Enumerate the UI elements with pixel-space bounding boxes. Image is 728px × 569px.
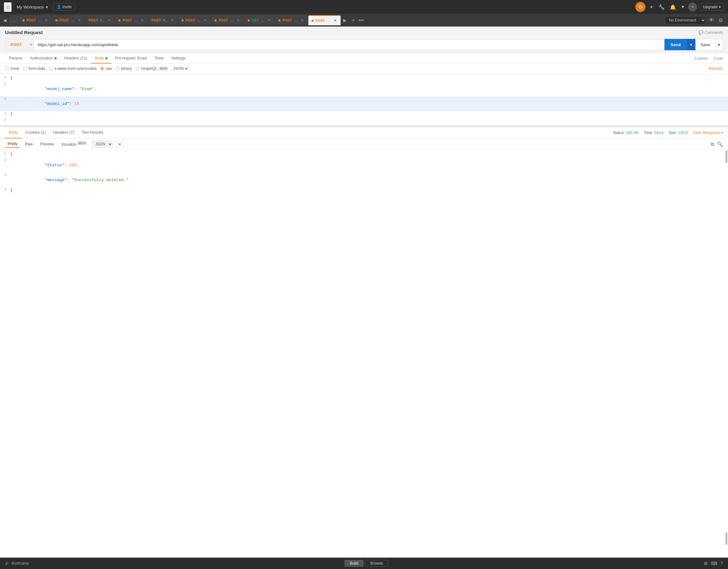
tab-close-5[interactable]: ✕: [170, 18, 175, 22]
env-view-icon[interactable]: 👁: [708, 16, 715, 24]
tab-1[interactable]: POST ... ✕: [19, 15, 52, 25]
code-line-4: 4 }: [0, 111, 728, 118]
response-section: Body Cookies (1) Headers (7) Test Result…: [0, 127, 728, 558]
save-button[interactable]: Save: [695, 39, 715, 50]
url-input[interactable]: [34, 40, 664, 50]
resp-format-raw[interactable]: Raw: [22, 141, 35, 148]
new-tab-button[interactable]: +: [350, 17, 356, 24]
tab-close-1[interactable]: ✕: [44, 18, 48, 22]
satellite-icon-btn[interactable]: ✦: [648, 3, 655, 11]
build-button[interactable]: Build: [344, 560, 364, 567]
body-dot: [105, 57, 108, 59]
tab-close-3[interactable]: ✕: [107, 18, 111, 22]
tab-dot-6: [182, 19, 184, 22]
radio-raw: [100, 67, 104, 71]
json-format-select[interactable]: JSON: [172, 66, 189, 71]
bootcamp-icon: 🎓: [5, 561, 10, 566]
invite-button[interactable]: 👤 Invite: [53, 3, 75, 11]
tab-8[interactable]: GET ... ✕: [244, 15, 275, 25]
code-line-2: 2 "model_name": "Exam",: [0, 82, 728, 96]
resp-content-3: "message": "Successfully deleted.": [10, 173, 728, 187]
environment-select[interactable]: No Environment: [665, 16, 706, 24]
tab-10-active[interactable]: POST ... ✕: [308, 15, 341, 25]
body-option-none[interactable]: none: [5, 66, 19, 71]
tab-prerequest[interactable]: Pre-request Script: [111, 53, 151, 64]
wrench-icon-btn[interactable]: 🔧: [657, 3, 666, 11]
tab-9[interactable]: POST ... ✕: [275, 15, 308, 25]
tab-back[interactable]: ...: [9, 15, 19, 25]
tab-7[interactable]: POST ... ✕: [211, 15, 244, 25]
resp-json-select[interactable]: JSON: [92, 140, 113, 148]
body-option-formdata[interactable]: form-data: [23, 66, 46, 71]
upgrade-button[interactable]: Upgrade ▾: [700, 3, 724, 11]
heart-icon-btn[interactable]: ♥: [680, 3, 686, 11]
tab-tests[interactable]: Tests: [151, 53, 167, 64]
plus-icon-btn[interactable]: +: [688, 3, 697, 11]
keyboard-icon-btn[interactable]: ⌨: [711, 561, 717, 566]
resp-wrap-button[interactable]: ≡: [115, 140, 124, 148]
comments-button[interactable]: 💬 Comments: [699, 30, 723, 35]
body-option-urlencoded[interactable]: x-www-form-urlencoded: [49, 66, 96, 71]
save-response-button[interactable]: Save Response ▾: [693, 131, 723, 135]
tab-headers[interactable]: Headers (11): [60, 53, 91, 64]
visualize-beta-badge: BETA: [77, 141, 87, 145]
save-dropdown[interactable]: ▾: [715, 39, 723, 50]
resp-format-visualize[interactable]: Visualize BETA: [59, 140, 89, 148]
tab-scroll-right[interactable]: ▶: [341, 16, 349, 24]
help-icon-btn[interactable]: ?: [720, 561, 723, 566]
tab-params[interactable]: Params: [5, 53, 26, 64]
resp-tab-cookies[interactable]: Cookies (1): [22, 127, 50, 139]
resp-tab-headers[interactable]: Headers (7): [49, 127, 78, 139]
tab-close-4[interactable]: ✕: [140, 18, 145, 22]
tab-more-button[interactable]: •••: [357, 17, 365, 24]
browse-button[interactable]: Browse: [365, 560, 388, 567]
tab-2[interactable]: POST ... ✕: [52, 15, 85, 25]
resp-tab-test-results[interactable]: Test Results: [78, 127, 107, 139]
cookies-link[interactable]: Cookies: [694, 56, 708, 61]
tab-close-6[interactable]: ✕: [203, 18, 207, 22]
workspace-button[interactable]: My Workspace ▾: [14, 3, 51, 11]
send-button[interactable]: Send: [664, 39, 687, 50]
tab-close-7[interactable]: ✕: [236, 18, 241, 22]
tab-label-6: POST: [186, 18, 195, 22]
tab-3[interactable]: POST f... ✕: [85, 15, 115, 25]
size-value: 236 B: [678, 131, 688, 135]
tab-scroll-left[interactable]: ◀: [1, 16, 9, 24]
search-button[interactable]: 🔍: [717, 141, 723, 147]
tab-close-8[interactable]: ✕: [267, 18, 271, 22]
tab-close-9[interactable]: ✕: [300, 18, 305, 22]
send-dropdown[interactable]: ▾: [687, 39, 695, 50]
top-navbar: ⊞ My Workspace ▾ 👤 Invite ↻ ✦ 🔧 🔔 ♥ + Up…: [0, 0, 728, 14]
env-settings-icon[interactable]: ⚙: [717, 16, 724, 25]
bottom-bar-center: Build Browse: [34, 560, 699, 567]
tab-label-8: GET: [252, 18, 259, 22]
request-body-editor[interactable]: 1 { 2 "model_name": "Exam", 3 "model_id"…: [0, 74, 728, 125]
status-value: 200 OK: [626, 131, 639, 135]
body-option-binary[interactable]: binary: [116, 66, 132, 71]
copy-button[interactable]: ⧉: [711, 141, 714, 147]
grid-icon[interactable]: ⊞: [4, 2, 12, 12]
tab-body[interactable]: Body: [91, 53, 111, 64]
tab-authorization[interactable]: Authorization: [26, 53, 60, 64]
code-line-1: 1 {: [0, 75, 728, 82]
tab-5[interactable]: POST f... ✕: [148, 15, 178, 25]
beautify-button[interactable]: Beautify: [709, 66, 723, 71]
tab-text-4: ...: [134, 18, 138, 22]
resp-line-num-4: 4: [0, 188, 10, 192]
body-option-graphql[interactable]: GraphQL BETA: [136, 66, 168, 71]
body-option-raw[interactable]: raw: [100, 66, 112, 71]
resp-tab-body[interactable]: Body: [5, 127, 22, 139]
tab-settings[interactable]: Settings: [167, 53, 189, 64]
tab-close-10[interactable]: ✕: [333, 18, 337, 23]
tab-close-2[interactable]: ✕: [77, 18, 82, 22]
refresh-button[interactable]: ↻: [635, 2, 645, 12]
resp-format-pretty[interactable]: Pretty: [5, 140, 20, 148]
resp-format-preview[interactable]: Preview: [38, 141, 56, 148]
method-select[interactable]: POST: [5, 39, 34, 50]
code-link[interactable]: Code: [714, 56, 723, 61]
bell-icon-btn[interactable]: 🔔: [669, 3, 677, 11]
status-label: Status: 200 OK: [613, 131, 639, 135]
tab-6[interactable]: POST ... ✕: [178, 15, 211, 25]
tab-4[interactable]: POST ... ✕: [115, 15, 148, 25]
layout-icon-btn[interactable]: ⊞: [704, 561, 708, 566]
